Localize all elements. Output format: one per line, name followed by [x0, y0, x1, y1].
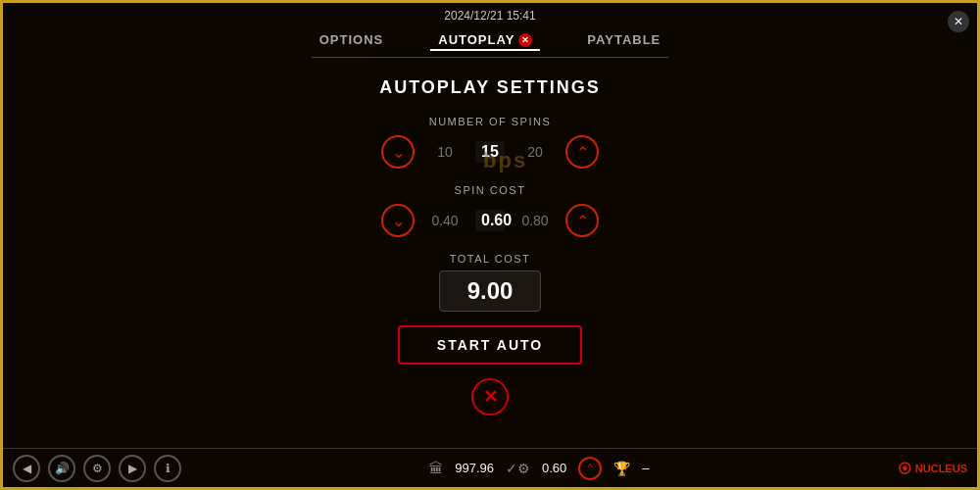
tab-autoplay[interactable]: AUTOPLAY ✕: [430, 30, 540, 51]
settings-button[interactable]: ⚙: [83, 455, 111, 482]
cost-value-060[interactable]: 0.60: [475, 210, 505, 231]
total-cost-value: 9.00: [439, 270, 542, 312]
page-title: AUTOPLAY SETTINGS: [379, 77, 601, 98]
bet-display: 0.60: [542, 461, 566, 475]
bet-up-button[interactable]: ^: [578, 457, 602, 480]
tabs-bar: OPTIONS AUTOPLAY ✕ PAYTABLE: [312, 30, 669, 58]
spins-label: NUMBER OF SPINS: [429, 116, 552, 127]
bank-icon: 🏛: [429, 461, 443, 476]
cost-value-040[interactable]: 0.40: [430, 213, 460, 228]
spins-value-15[interactable]: 15: [475, 141, 505, 163]
info-button[interactable]: ℹ: [154, 455, 181, 482]
bottom-left-controls: ◀ 🔊 ⚙ ▶ ℹ: [13, 455, 181, 482]
play-button[interactable]: ▶: [119, 455, 146, 482]
settings-section: AUTOPLAY SETTINGS NUMBER OF SPINS ⌄ 10 1…: [3, 77, 977, 416]
outer-border: ✕ 2024/12/21 15:41 OPTIONS AUTOPLAY ✕ PA…: [0, 0, 980, 490]
total-cost-label: TOTAL COST: [450, 253, 531, 265]
datetime-text: 2024/12/21 15:41: [444, 9, 535, 23]
bottom-center: 🏛 997.96 ✓⚙ 0.60 ^ 🏆 –: [429, 457, 649, 480]
nucleus-icon: ⦿: [898, 461, 911, 476]
cost-decrease-button[interactable]: ⌄: [381, 204, 415, 237]
main-panel: ✕ 2024/12/21 15:41 OPTIONS AUTOPLAY ✕ PA…: [3, 3, 977, 448]
trophy-icon: 🏆: [613, 461, 630, 476]
autoplay-tab-x-icon[interactable]: ✕: [518, 33, 532, 47]
top-close-button[interactable]: ✕: [948, 11, 969, 32]
spins-group: NUMBER OF SPINS ⌄ 10 15 20 ⌃: [323, 116, 657, 169]
check-settings-icon: ✓⚙: [506, 461, 530, 476]
datetime-bar: 2024/12/21 15:41: [3, 3, 977, 26]
balance-display: 997.96: [455, 461, 494, 475]
close-circle-button[interactable]: ✕: [471, 378, 509, 416]
sound-button[interactable]: 🔊: [48, 455, 75, 482]
spin-cost-row: ⌄ 0.40 0.60 0.80 ⌃: [381, 204, 599, 237]
spins-row: ⌄ 10 15 20 ⌃: [381, 135, 599, 169]
cost-increase-button[interactable]: ⌃: [565, 204, 599, 237]
bottom-right: ⦿ NUCLEUS: [898, 461, 967, 476]
start-auto-button[interactable]: START AUTO: [398, 325, 582, 365]
spins-value-10[interactable]: 10: [430, 144, 460, 160]
total-cost-section: TOTAL COST 9.00: [439, 253, 542, 312]
spin-cost-group: SPIN COST ⌄ 0.40 0.60 0.80 ⌃: [323, 184, 657, 237]
tab-paytable[interactable]: PAYTABLE: [579, 30, 668, 51]
tab-options[interactable]: OPTIONS: [312, 30, 392, 51]
bottom-bar: ◀ 🔊 ⚙ ▶ ℹ 🏛 997.96 ✓⚙ 0.60 ^ 🏆 – ⦿ NUCLE…: [3, 448, 977, 487]
spins-value-20[interactable]: 20: [520, 144, 550, 160]
nucleus-logo: ⦿ NUCLEUS: [898, 461, 967, 476]
nucleus-label: NUCLEUS: [915, 463, 967, 474]
spin-cost-label: SPIN COST: [455, 184, 526, 196]
separator: –: [642, 461, 649, 475]
spins-increase-button[interactable]: ⌃: [565, 135, 599, 169]
cost-value-080[interactable]: 0.80: [520, 213, 550, 228]
spins-decrease-button[interactable]: ⌄: [381, 135, 415, 169]
back-button[interactable]: ◀: [13, 455, 40, 482]
